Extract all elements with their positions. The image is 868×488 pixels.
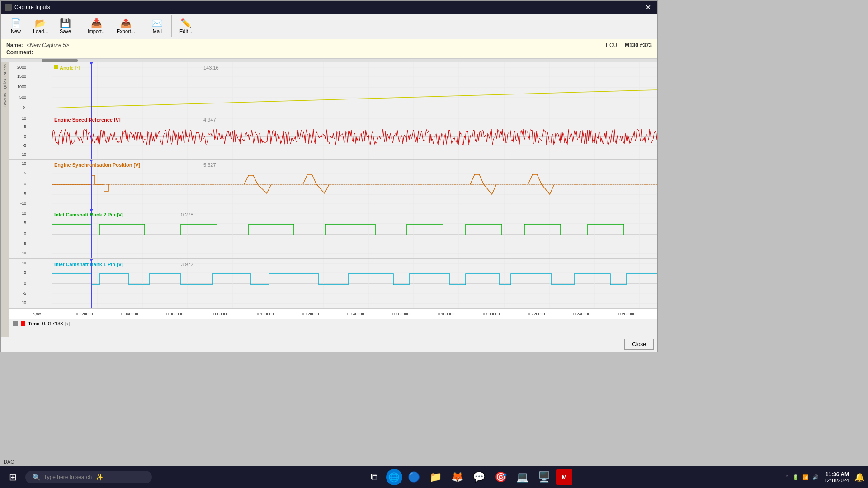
chart-engine-speed: 10 5 0 -5 -10 [9,114,657,160]
cursor-bar: Time 0.017133 [s] [9,319,657,328]
import-button[interactable]: 📥 Import... [83,16,111,36]
svg-text:0.100000: 0.100000 [257,312,274,316]
taskbar-apps: ⧉ 🌐 🔵 📁 🦊 💬 🎯 💻 🖥️ M [364,467,572,487]
svg-text:-10: -10 [20,201,26,206]
ecu-info: ECU: M130 #373 [606,42,652,48]
svg-text:0.180000: 0.180000 [438,312,455,316]
edit-button[interactable]: ✏️ Edit... [175,16,197,36]
save-label: Save [60,28,71,34]
ecu-value: M130 #373 [625,42,652,48]
svg-text:1500: 1500 [17,74,26,79]
main-window: Capture Inputs ✕ 📄 New 📂 Load... 💾 Save … [0,0,658,352]
chart-inlet-cam1-svg: 10 5 0 -5 -10 [9,259,657,308]
taskbar-app6-icon[interactable]: 💻 [513,467,533,487]
svg-text:Inlet Camshaft Bank 1 Pin [V]: Inlet Camshaft Bank 1 Pin [V] [54,262,123,267]
app-icon [5,4,12,11]
comment-row: Comment: [6,49,69,56]
export-button[interactable]: 📤 Export... [112,16,140,36]
close-button[interactable]: Close [624,339,654,350]
svg-text:5: 5 [24,221,26,225]
taskbar-ie-icon[interactable]: 🔵 [404,467,424,487]
svg-text:-0-: -0- [21,105,26,110]
mail-icon: ✉️ [151,19,163,28]
svg-text:-5: -5 [23,291,26,296]
horizontal-scrollbar[interactable] [1,59,657,62]
new-button[interactable]: 📄 New [5,16,27,36]
save-icon: 💾 [60,19,71,28]
bottom-bar: Close [1,337,657,352]
dac-label: DAC [4,459,14,465]
notification-button[interactable]: 🔔 [854,472,864,482]
tray-chevron[interactable]: ⌃ [785,474,789,480]
svg-text:3.972: 3.972 [181,262,193,267]
svg-text:0: 0 [24,134,26,139]
chart-engine-sync-svg: 10 5 0 -5 -10 [9,160,657,209]
system-tray: ⌃ 🔋 📶 🔊 [785,474,819,480]
svg-text:143.16: 143.16 [203,65,219,70]
search-icon: 🔍 [33,474,40,481]
svg-text:10: 10 [22,261,26,265]
svg-text:500: 500 [19,95,26,99]
svg-marker-25 [90,62,93,65]
mail-button[interactable]: ✉️ Mail [146,16,169,36]
load-button[interactable]: 📂 Load... [28,16,53,36]
taskbar-app7-icon[interactable]: 🖥️ [534,467,554,487]
name-value: <New Capture 5> [27,42,69,48]
ecu-label: ECU: [606,42,619,48]
windows-icon: ⊞ [9,472,17,483]
export-label: Export... [117,28,135,34]
info-bar: Name: <New Capture 5> Comment: ECU: M130… [1,39,657,59]
oscilloscope-icon [13,321,18,326]
taskbar-motec-icon[interactable]: M [556,469,572,485]
chart-area: Quick Launch Layouts 2000 1500 1000 500 [1,62,657,337]
svg-text:-10: -10 [20,152,26,157]
save-button[interactable]: 💾 Save [54,16,77,36]
taskbar-app5-icon[interactable]: 🎯 [491,467,511,487]
start-button[interactable]: ⊞ [4,468,22,486]
svg-text:0.020000: 0.020000 [76,312,93,316]
load-icon: 📂 [35,19,46,28]
taskbar: ⊞ 🔍 Type here to search ✨ ⧉ 🌐 🔵 📁 🦊 💬 🎯 … [0,466,868,488]
quick-launch-label: Quick Launch [3,64,7,89]
chart-angle-svg: 2000 1500 1000 500 -0- [9,62,657,114]
toolbar-separator-2 [143,15,143,37]
info-left: Name: <New Capture 5> Comment: [6,42,69,56]
svg-text:0.260000: 0.260000 [618,312,636,316]
search-placeholder: Type here to search [44,474,92,480]
toolbar-separator-3 [171,15,172,37]
svg-text:-5: -5 [23,241,26,246]
taskbar-whatsapp-icon[interactable]: 💬 [469,467,489,487]
taskbar-explorer-icon[interactable]: 📁 [426,467,446,487]
wifi-icon: 📶 [802,474,809,480]
svg-text:10: 10 [22,211,26,216]
taskbar-task-view[interactable]: ⧉ [364,467,384,487]
taskbar-edge-icon[interactable]: 🌐 [386,469,402,485]
window-close-button[interactable]: ✕ [642,3,654,12]
chart-engine-speed-svg: 10 5 0 -5 -10 [9,114,657,159]
svg-text:5.627: 5.627 [203,162,216,168]
taskbar-firefox-icon[interactable]: 🦊 [448,467,467,487]
layouts-label: Layouts [3,93,7,108]
edit-label: Edit... [179,28,192,34]
load-label: Load... [33,28,48,34]
chart-angle: 2000 1500 1000 500 -0- [9,62,657,114]
mail-label: Mail [153,28,162,34]
time-value: 0.017133 [s] [42,321,70,326]
time-label: Time [28,321,39,326]
clock[interactable]: 11:36 AM 12/18/2024 [824,471,849,483]
svg-text:0.240000: 0.240000 [573,312,590,316]
import-label: Import... [88,28,106,34]
search-bar[interactable]: 🔍 Type here to search ✨ [25,471,152,483]
new-label: New [11,28,21,34]
scroll-thumb[interactable] [42,59,78,62]
toolbar: 📄 New 📂 Load... 💾 Save 📥 Import... 📤 Exp… [1,14,657,39]
svg-text:0.278: 0.278 [181,212,193,217]
svg-text:Inlet Camshaft Bank 2 Pin [V]: Inlet Camshaft Bank 2 Pin [V] [54,212,123,217]
search-sparkle-icon: ✨ [95,474,103,481]
svg-text:-5: -5 [23,143,26,148]
svg-text:-10: -10 [20,300,26,305]
svg-text:Angle [°]: Angle [°] [60,65,80,70]
time-axis-svg: s,ms 0.020000 0.040000 0.060000 0.080000… [9,309,657,319]
edit-icon: ✏️ [180,19,192,28]
svg-rect-23 [54,65,58,69]
